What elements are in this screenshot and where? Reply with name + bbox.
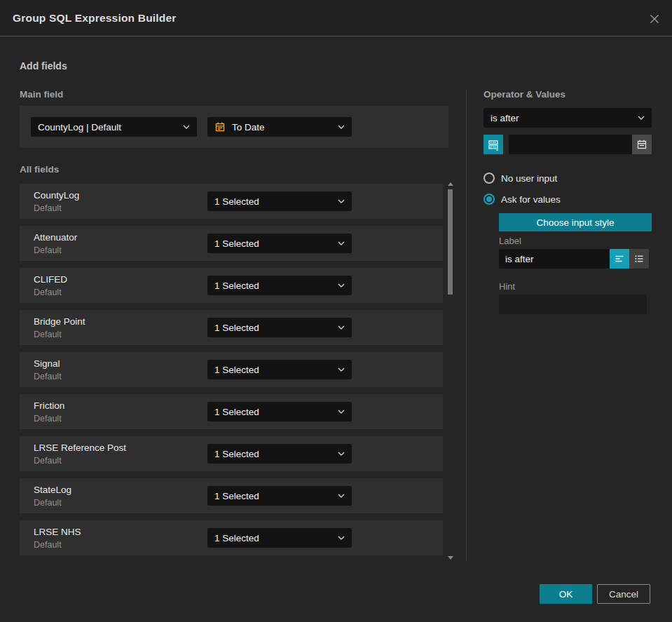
- field-selected-dropdown[interactable]: 1 Selected: [207, 318, 352, 337]
- calendar-icon: [214, 121, 226, 133]
- chevron-down-icon: [638, 116, 645, 120]
- field-row: StateLog Default 1 Selected: [20, 478, 443, 513]
- operator-select-value: is after: [491, 113, 519, 123]
- field-name: CountyLog: [34, 190, 79, 201]
- scrollbar-down-arrow-icon[interactable]: [448, 556, 453, 560]
- main-field-select-value: CountyLog | Default: [38, 122, 121, 133]
- field-subtitle: Default: [34, 540, 62, 550]
- single-line-style-button[interactable]: [610, 249, 629, 269]
- add-fields-heading: Add fields: [20, 60, 67, 72]
- scrollbar-thumb[interactable]: [448, 189, 453, 295]
- field-selected-value: 1 Selected: [214, 323, 259, 333]
- fields-scrollbar[interactable]: [446, 181, 455, 561]
- chevron-down-icon: [338, 199, 345, 203]
- field-row: LRSE NHS Default 1 Selected: [20, 520, 443, 555]
- date-picker-button[interactable]: [632, 135, 652, 154]
- chevron-down-icon: [338, 283, 345, 288]
- main-field-select[interactable]: CountyLog | Default: [31, 117, 197, 137]
- chevron-down-icon: [338, 325, 345, 330]
- chevron-down-icon: [338, 241, 345, 245]
- field-selected-dropdown[interactable]: 1 Selected: [207, 276, 352, 295]
- dialog-title: Group SQL Expression Builder: [13, 12, 177, 25]
- operator-select[interactable]: is after: [484, 108, 652, 128]
- field-name: StateLog: [34, 485, 71, 495]
- panel-divider: [466, 90, 467, 561]
- unique-values-button[interactable]: [484, 135, 503, 154]
- field-selected-dropdown[interactable]: 1 Selected: [207, 234, 352, 253]
- field-selected-value: 1 Selected: [214, 238, 259, 249]
- value-input[interactable]: [509, 135, 632, 154]
- radio-label: No user input: [501, 173, 557, 184]
- chevron-down-icon: [338, 536, 345, 540]
- field-selected-value: 1 Selected: [214, 449, 259, 459]
- field-selected-dropdown[interactable]: 1 Selected: [207, 486, 352, 506]
- scrollbar-up-arrow-icon[interactable]: [448, 182, 453, 186]
- field-name: Signal: [34, 358, 60, 369]
- calendar-icon: [636, 139, 647, 150]
- field-selected-dropdown[interactable]: 1 Selected: [207, 191, 352, 211]
- main-field-label: Main field: [20, 89, 63, 100]
- field-selected-dropdown[interactable]: 1 Selected: [207, 402, 352, 421]
- field-row: Attenuator Default 1 Selected: [20, 226, 443, 261]
- field-subtitle: Default: [34, 456, 62, 466]
- field-row: LRSE Reference Post Default 1 Selected: [20, 436, 443, 471]
- close-icon[interactable]: [647, 11, 662, 27]
- list-style-button[interactable]: [629, 249, 649, 269]
- field-row: CountyLog Default 1 Selected: [20, 184, 443, 219]
- chevron-down-icon: [183, 125, 190, 129]
- all-fields-label: All fields: [20, 164, 59, 175]
- field-subtitle: Default: [34, 330, 62, 339]
- align-left-lines-icon: [614, 254, 625, 264]
- label-label: Label: [499, 236, 521, 246]
- operator-values-title: Operator & Values: [484, 89, 565, 100]
- field-subtitle: Default: [34, 288, 62, 297]
- cancel-button[interactable]: Cancel: [597, 584, 650, 604]
- field-name: LRSE NHS: [34, 527, 81, 537]
- choose-input-style-button[interactable]: Choose input style: [499, 213, 652, 231]
- field-selected-value: 1 Selected: [214, 280, 259, 291]
- main-date-field-value: To Date: [232, 122, 265, 133]
- field-name: Bridge Point: [34, 316, 85, 327]
- field-row: CLIFED Default 1 Selected: [20, 268, 443, 303]
- radio-on-icon: [484, 194, 495, 205]
- field-subtitle: Default: [34, 372, 62, 381]
- field-name: Friction: [34, 400, 64, 411]
- radio-no-user-input[interactable]: No user input: [484, 172, 557, 184]
- hint-input[interactable]: [499, 295, 647, 314]
- radio-ask-for-values[interactable]: Ask for values: [484, 193, 561, 205]
- radio-off-icon: [484, 173, 495, 184]
- field-name: LRSE Reference Post: [34, 442, 126, 453]
- chevron-down-icon: [338, 452, 345, 456]
- field-subtitle: Default: [34, 203, 62, 213]
- bullet-list-icon: [633, 254, 645, 264]
- hint-label: Hint: [499, 281, 515, 292]
- field-selected-value: 1 Selected: [214, 196, 259, 207]
- field-row: Bridge Point Default 1 Selected: [20, 310, 443, 345]
- unique-values-icon: [488, 139, 500, 151]
- ok-button[interactable]: OK: [540, 584, 592, 604]
- chevron-down-icon: [338, 125, 345, 129]
- main-field-panel: CountyLog | Default To Date: [20, 106, 448, 148]
- field-selected-dropdown[interactable]: 1 Selected: [207, 528, 352, 548]
- field-name: Attenuator: [34, 232, 77, 243]
- field-subtitle: Default: [34, 498, 62, 508]
- field-subtitle: Default: [34, 414, 62, 424]
- field-row: Signal Default 1 Selected: [20, 352, 443, 387]
- field-row: Friction Default 1 Selected: [20, 394, 443, 429]
- chevron-down-icon: [338, 410, 345, 414]
- radio-label: Ask for values: [501, 194, 561, 205]
- chevron-down-icon: [338, 367, 345, 372]
- chevron-down-icon: [338, 494, 345, 498]
- field-selected-value: 1 Selected: [214, 533, 259, 543]
- field-selected-dropdown[interactable]: 1 Selected: [207, 444, 352, 464]
- group-sql-expression-builder-dialog: Group SQL Expression Builder Add fields …: [0, 0, 672, 622]
- label-input[interactable]: [499, 249, 610, 269]
- field-selected-value: 1 Selected: [214, 365, 259, 375]
- field-selected-dropdown[interactable]: 1 Selected: [207, 360, 352, 379]
- main-date-field-select[interactable]: To Date: [207, 117, 352, 137]
- field-selected-value: 1 Selected: [214, 407, 259, 417]
- field-selected-value: 1 Selected: [214, 491, 259, 501]
- dialog-header: Group SQL Expression Builder: [0, 0, 672, 36]
- field-subtitle: Default: [34, 245, 62, 255]
- field-name: CLIFED: [34, 274, 67, 285]
